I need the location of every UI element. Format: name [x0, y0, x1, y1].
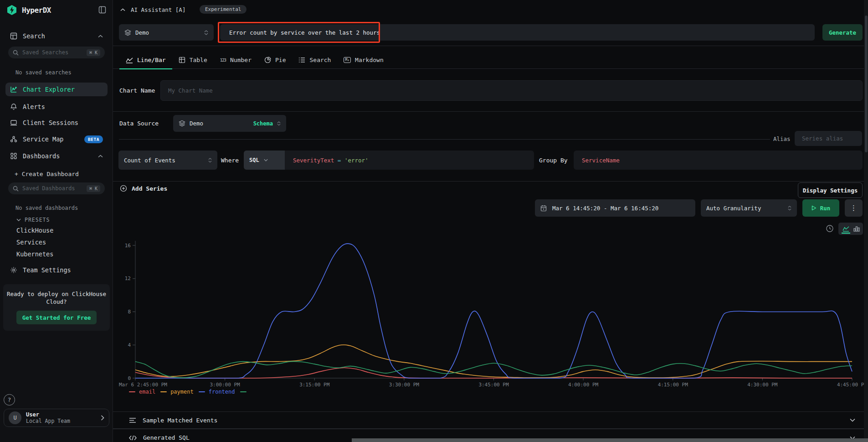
svg-text:12: 12 [125, 276, 131, 281]
sidebar-item-label: Team Settings [23, 266, 71, 274]
saved-searches-input[interactable] [22, 49, 77, 56]
clock-icon[interactable] [826, 224, 834, 233]
granularity-select[interactable]: Auto Granularity [701, 199, 797, 217]
kebab-icon: ⋮ [850, 204, 857, 212]
tab-label: Line/Bar [137, 57, 166, 63]
display-settings-button[interactable]: Display Settings [798, 182, 863, 198]
preset-services[interactable]: Services [16, 239, 46, 246]
ai-source-select[interactable]: Demo [119, 24, 214, 41]
preset-kubernetes[interactable]: Kubernetes [16, 250, 53, 258]
chevron-up-icon[interactable] [120, 8, 125, 11]
sidebar-item-label: Dashboards [23, 152, 60, 160]
run-button[interactable]: Run [802, 199, 839, 217]
data-source-select[interactable]: Demo Schema [173, 115, 286, 132]
chart-view-toggle [838, 223, 863, 235]
line-chart-icon [126, 57, 133, 63]
sidebar-item-service-map[interactable]: Service Map BETA [5, 132, 108, 146]
sidebar-item-search[interactable]: Search [5, 29, 108, 43]
svg-text:8: 8 [128, 309, 131, 315]
chart-name-input[interactable] [160, 80, 863, 101]
legend-label: email [139, 389, 155, 395]
legend-item[interactable]: email [129, 389, 155, 395]
sidebar-item-label: Service Map [23, 135, 63, 143]
saved-searches-search[interactable]: ⌘ K [8, 47, 105, 58]
data-source-value: Demo [190, 120, 203, 127]
chevron-up-icon[interactable] [98, 35, 103, 38]
aggregation-value: Count of Events [124, 157, 175, 164]
svg-text:4: 4 [128, 342, 131, 348]
sidebar-item-label: Search [23, 32, 45, 40]
chart-legend[interactable]: emailpaymentfrontend [129, 389, 247, 395]
sample-matched-events-row[interactable]: Sample Matched Events [113, 411, 868, 429]
horizontal-scrollbar-thumb[interactable] [352, 438, 868, 442]
cloud-card-text-line1: Ready to deploy on ClickHouse [3, 290, 110, 298]
legend-dash [129, 391, 135, 393]
saved-dashboards-input[interactable] [22, 185, 77, 192]
time-range-picker[interactable]: Mar 6 14:45:20 - Mar 6 16:45:20 [535, 199, 695, 217]
saved-dashboards-search[interactable]: ⌘ K [8, 182, 105, 194]
sidebar-item-dashboards[interactable]: Dashboards [5, 149, 108, 163]
sql-token-field: SeverityText [293, 157, 334, 164]
tab-number[interactable]: 123 Number [214, 51, 258, 69]
network-icon [10, 135, 17, 143]
where-label: Where [221, 157, 239, 164]
logo[interactable]: HyperDX [6, 5, 51, 16]
cloud-card-text-line2: Cloud? [3, 298, 110, 306]
sidebar-item-client-sessions[interactable]: Client Sessions [5, 116, 108, 130]
get-started-button[interactable]: Get Started for Free [16, 311, 97, 324]
legend-item[interactable]: payment [160, 389, 194, 395]
add-series-button[interactable]: Add Series [120, 185, 167, 192]
help-button[interactable]: ? [4, 394, 15, 406]
ai-assistant-header[interactable]: AI Assistant [A] [120, 6, 185, 13]
tab-table[interactable]: Table [172, 51, 214, 69]
tab-markdown[interactable]: M↓ Markdown [337, 51, 390, 69]
vertical-scrollbar-thumb[interactable] [865, 16, 868, 152]
tab-label: Markdown [355, 57, 384, 63]
legend-dash [240, 391, 247, 393]
generate-button[interactable]: Generate [822, 24, 863, 41]
tab-label: Search [309, 57, 331, 63]
aggregation-select[interactable]: Count of Events [118, 151, 217, 170]
tab-search[interactable]: Search [292, 51, 337, 69]
sample-matched-events-label: Sample Matched Events [143, 417, 217, 424]
schema-link[interactable]: Schema [253, 120, 273, 127]
select-chevrons-icon [788, 206, 791, 210]
legend-item[interactable] [240, 391, 247, 393]
grid-icon [10, 152, 17, 160]
calendar-icon [540, 205, 547, 212]
where-expression-input[interactable]: SeverityText = 'error' [285, 157, 369, 164]
presets-toggle[interactable]: PRESETS [16, 217, 50, 223]
legend-item[interactable]: frontend [199, 389, 235, 395]
sql-lang-value: SQL [249, 157, 259, 163]
plus-circle-icon [120, 185, 127, 192]
group-by-input[interactable]: ServiceName [574, 151, 863, 170]
user-menu[interactable]: U User Local App Team [4, 409, 109, 427]
svg-text:4:30:00 PM: 4:30:00 PM [747, 382, 778, 388]
layers-icon [124, 29, 131, 36]
alias-input[interactable] [795, 131, 862, 146]
hyperdx-logo-icon [6, 5, 17, 16]
line-chart[interactable]: 0481216Mar 6 2:45:00 PM3:00:00 PM3:15:00… [113, 236, 865, 389]
tab-line-bar[interactable]: Line/Bar [119, 51, 172, 69]
play-icon [812, 205, 817, 211]
bar-view-icon[interactable] [853, 226, 860, 232]
create-dashboard-button[interactable]: + Create Dashboard [15, 171, 79, 177]
chevron-up-icon[interactable] [98, 155, 103, 158]
sidebar-item-chart-explorer[interactable]: Chart Explorer [5, 83, 108, 96]
sidebar-item-alerts[interactable]: Alerts [5, 100, 108, 114]
line-view-icon[interactable] [842, 224, 850, 234]
no-saved-searches-text: No saved searches [15, 69, 72, 76]
ai-prompt-input[interactable] [220, 24, 815, 41]
legend-label: payment [170, 389, 194, 395]
sidebar-item-team-settings[interactable]: Team Settings [5, 263, 108, 277]
no-saved-dashboards-text: No saved dashboards [15, 205, 78, 211]
tab-pie[interactable]: Pie [258, 51, 292, 69]
ai-assistant-title: AI Assistant [A] [131, 6, 185, 13]
chevron-right-icon [101, 415, 104, 421]
collapse-sidebar-icon[interactable] [98, 6, 106, 14]
more-options-button[interactable]: ⋮ [845, 199, 863, 217]
legend-dash [199, 391, 205, 393]
svg-text:Mar 6 2:45:00 PM: Mar 6 2:45:00 PM [119, 382, 167, 388]
query-language-select[interactable]: SQL [244, 151, 285, 170]
preset-clickhouse[interactable]: ClickHouse [16, 227, 53, 234]
